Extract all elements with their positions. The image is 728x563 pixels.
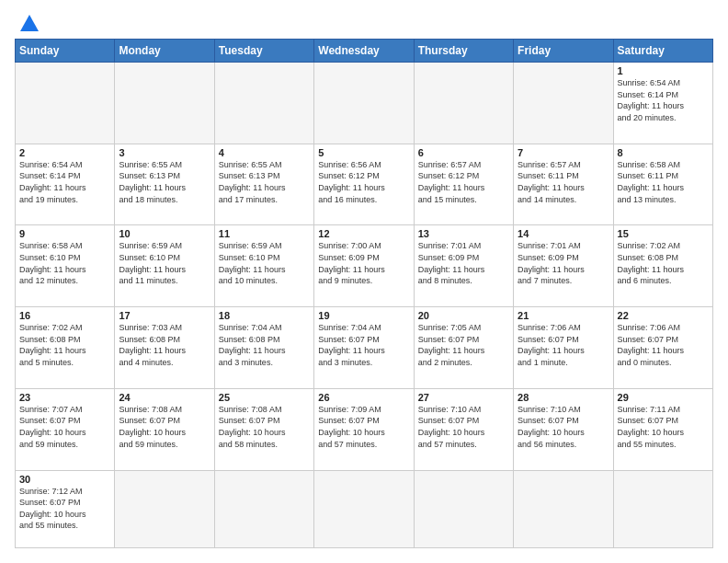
calendar-table: SundayMondayTuesdayWednesdayThursdayFrid… (15, 39, 713, 548)
calendar-week-3: 16Sunrise: 7:02 AM Sunset: 6:08 PM Dayli… (16, 307, 713, 389)
calendar-cell: 6Sunrise: 6:57 AM Sunset: 6:12 PM Daylig… (414, 144, 513, 225)
calendar-cell (214, 470, 313, 547)
logo-triangle (20, 15, 39, 31)
cell-info: Sunrise: 7:04 AM Sunset: 6:07 PM Dayligh… (318, 322, 409, 368)
cell-info: Sunrise: 7:07 AM Sunset: 6:07 PM Dayligh… (19, 404, 110, 450)
calendar-cell (314, 470, 414, 547)
cell-info: Sunrise: 6:54 AM Sunset: 6:14 PM Dayligh… (618, 77, 709, 123)
logo (15, 15, 39, 31)
day-number: 24 (119, 392, 210, 403)
cell-info: Sunrise: 7:11 AM Sunset: 6:07 PM Dayligh… (618, 404, 709, 450)
calendar-cell: 7Sunrise: 6:57 AM Sunset: 6:11 PM Daylig… (514, 144, 613, 225)
calendar-week-2: 9Sunrise: 6:58 AM Sunset: 6:10 PM Daylig… (16, 225, 713, 307)
cell-info: Sunrise: 6:56 AM Sunset: 6:12 PM Dayligh… (318, 159, 409, 205)
day-number: 29 (618, 392, 709, 403)
calendar-week-4: 23Sunrise: 7:07 AM Sunset: 6:07 PM Dayli… (16, 388, 713, 470)
calendar-cell: 4Sunrise: 6:55 AM Sunset: 6:13 PM Daylig… (214, 144, 313, 225)
calendar-cell: 9Sunrise: 6:58 AM Sunset: 6:10 PM Daylig… (16, 225, 115, 307)
cell-info: Sunrise: 7:02 AM Sunset: 6:08 PM Dayligh… (618, 240, 709, 286)
calendar-cell: 19Sunrise: 7:04 AM Sunset: 6:07 PM Dayli… (314, 307, 414, 389)
day-number: 15 (618, 228, 709, 239)
cell-info: Sunrise: 7:08 AM Sunset: 6:07 PM Dayligh… (219, 404, 310, 450)
calendar-cell: 20Sunrise: 7:05 AM Sunset: 6:07 PM Dayli… (414, 307, 513, 389)
calendar-cell: 30Sunrise: 7:12 AM Sunset: 6:07 PM Dayli… (16, 470, 115, 547)
calendar-cell: 1Sunrise: 6:54 AM Sunset: 6:14 PM Daylig… (613, 63, 712, 144)
calendar-cell: 8Sunrise: 6:58 AM Sunset: 6:11 PM Daylig… (613, 144, 712, 225)
calendar-week-0: 1Sunrise: 6:54 AM Sunset: 6:14 PM Daylig… (16, 63, 713, 144)
day-number: 8 (618, 147, 709, 158)
cell-info: Sunrise: 7:10 AM Sunset: 6:07 PM Dayligh… (418, 404, 509, 450)
calendar-cell (613, 470, 712, 547)
weekday-header-monday: Monday (115, 40, 214, 63)
day-number: 9 (19, 228, 110, 239)
cell-info: Sunrise: 6:57 AM Sunset: 6:11 PM Dayligh… (518, 159, 609, 205)
cell-info: Sunrise: 7:00 AM Sunset: 6:09 PM Dayligh… (318, 240, 409, 286)
cell-info: Sunrise: 7:02 AM Sunset: 6:08 PM Dayligh… (19, 322, 110, 368)
cell-info: Sunrise: 6:58 AM Sunset: 6:10 PM Dayligh… (19, 240, 110, 286)
cell-info: Sunrise: 7:12 AM Sunset: 6:07 PM Dayligh… (19, 486, 110, 532)
calendar-week-1: 2Sunrise: 6:54 AM Sunset: 6:14 PM Daylig… (16, 144, 713, 225)
calendar-cell: 28Sunrise: 7:10 AM Sunset: 6:07 PM Dayli… (514, 388, 613, 470)
cell-info: Sunrise: 6:55 AM Sunset: 6:13 PM Dayligh… (119, 159, 210, 205)
calendar-cell (16, 63, 115, 144)
day-number: 25 (219, 392, 310, 403)
weekday-header-friday: Friday (514, 40, 613, 63)
day-number: 28 (518, 392, 609, 403)
calendar-cell (514, 63, 613, 144)
day-number: 12 (318, 228, 409, 239)
day-number: 17 (119, 310, 210, 321)
cell-info: Sunrise: 7:05 AM Sunset: 6:07 PM Dayligh… (418, 322, 509, 368)
cell-info: Sunrise: 6:54 AM Sunset: 6:14 PM Dayligh… (19, 159, 110, 205)
page: SundayMondayTuesdayWednesdayThursdayFrid… (0, 0, 728, 563)
calendar-header-row: SundayMondayTuesdayWednesdayThursdayFrid… (16, 40, 713, 63)
cell-info: Sunrise: 7:01 AM Sunset: 6:09 PM Dayligh… (518, 240, 609, 286)
calendar-cell: 16Sunrise: 7:02 AM Sunset: 6:08 PM Dayli… (16, 307, 115, 389)
weekday-header-wednesday: Wednesday (314, 40, 414, 63)
cell-info: Sunrise: 6:58 AM Sunset: 6:11 PM Dayligh… (618, 159, 709, 205)
calendar-cell: 15Sunrise: 7:02 AM Sunset: 6:08 PM Dayli… (613, 225, 712, 307)
calendar-cell: 25Sunrise: 7:08 AM Sunset: 6:07 PM Dayli… (214, 388, 313, 470)
calendar-cell: 22Sunrise: 7:06 AM Sunset: 6:07 PM Dayli… (613, 307, 712, 389)
calendar-cell: 18Sunrise: 7:04 AM Sunset: 6:08 PM Dayli… (214, 307, 313, 389)
calendar-cell: 3Sunrise: 6:55 AM Sunset: 6:13 PM Daylig… (115, 144, 214, 225)
cell-info: Sunrise: 7:09 AM Sunset: 6:07 PM Dayligh… (318, 404, 409, 450)
day-number: 11 (219, 228, 310, 239)
cell-info: Sunrise: 7:01 AM Sunset: 6:09 PM Dayligh… (418, 240, 509, 286)
calendar-cell: 14Sunrise: 7:01 AM Sunset: 6:09 PM Dayli… (514, 225, 613, 307)
calendar-week-5: 30Sunrise: 7:12 AM Sunset: 6:07 PM Dayli… (16, 470, 713, 547)
day-number: 21 (518, 310, 609, 321)
day-number: 26 (318, 392, 409, 403)
cell-info: Sunrise: 7:06 AM Sunset: 6:07 PM Dayligh… (518, 322, 609, 368)
cell-info: Sunrise: 7:04 AM Sunset: 6:08 PM Dayligh… (219, 322, 310, 368)
calendar-cell: 12Sunrise: 7:00 AM Sunset: 6:09 PM Dayli… (314, 225, 414, 307)
calendar-cell: 27Sunrise: 7:10 AM Sunset: 6:07 PM Dayli… (414, 388, 513, 470)
day-number: 14 (518, 228, 609, 239)
cell-info: Sunrise: 7:06 AM Sunset: 6:07 PM Dayligh… (618, 322, 709, 368)
calendar-cell: 10Sunrise: 6:59 AM Sunset: 6:10 PM Dayli… (115, 225, 214, 307)
weekday-header-thursday: Thursday (414, 40, 513, 63)
cell-info: Sunrise: 6:57 AM Sunset: 6:12 PM Dayligh… (418, 159, 509, 205)
calendar-cell: 29Sunrise: 7:11 AM Sunset: 6:07 PM Dayli… (613, 388, 712, 470)
day-number: 18 (219, 310, 310, 321)
day-number: 5 (318, 147, 409, 158)
cell-info: Sunrise: 6:59 AM Sunset: 6:10 PM Dayligh… (119, 240, 210, 286)
calendar-cell: 23Sunrise: 7:07 AM Sunset: 6:07 PM Dayli… (16, 388, 115, 470)
weekday-header-sunday: Sunday (16, 40, 115, 63)
day-number: 6 (418, 147, 509, 158)
day-number: 4 (219, 147, 310, 158)
day-number: 3 (119, 147, 210, 158)
calendar-cell (314, 63, 414, 144)
cell-info: Sunrise: 6:59 AM Sunset: 6:10 PM Dayligh… (219, 240, 310, 286)
weekday-header-tuesday: Tuesday (214, 40, 313, 63)
calendar-cell (214, 63, 313, 144)
calendar-cell: 2Sunrise: 6:54 AM Sunset: 6:14 PM Daylig… (16, 144, 115, 225)
calendar-cell: 21Sunrise: 7:06 AM Sunset: 6:07 PM Dayli… (514, 307, 613, 389)
day-number: 16 (19, 310, 110, 321)
calendar-cell (414, 63, 513, 144)
weekday-header-saturday: Saturday (613, 40, 712, 63)
calendar-cell (414, 470, 513, 547)
calendar-cell: 24Sunrise: 7:08 AM Sunset: 6:07 PM Dayli… (115, 388, 214, 470)
day-number: 2 (19, 147, 110, 158)
calendar-cell: 26Sunrise: 7:09 AM Sunset: 6:07 PM Dayli… (314, 388, 414, 470)
day-number: 20 (418, 310, 509, 321)
